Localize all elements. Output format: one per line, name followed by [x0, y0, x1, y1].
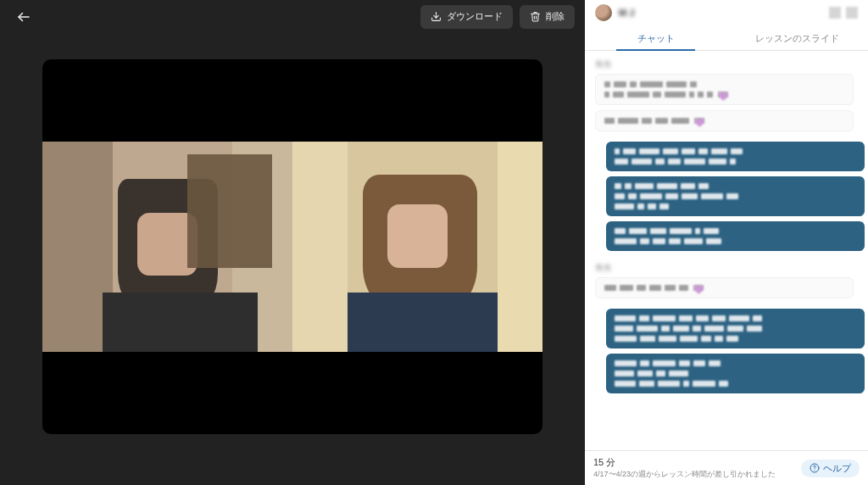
- video-row: [42, 142, 542, 352]
- chat-bubble[interactable]: [606, 142, 865, 171]
- download-button[interactable]: ダウンロード: [420, 5, 513, 29]
- footer-note: 4/17〜4/23の週からレッスン時間が差し引かれました: [593, 469, 793, 480]
- message-group: 先生💜: [595, 261, 865, 298]
- chat-scroll[interactable]: 先生💜💜先生💜: [585, 51, 868, 450]
- user-name: M J: [619, 8, 634, 18]
- video-panel: ダウンロード 削除: [0, 0, 585, 485]
- chat-bubble[interactable]: 💜: [595, 110, 854, 131]
- header-icons: [829, 7, 858, 19]
- chat-bubble[interactable]: 💜: [595, 74, 854, 105]
- arrow-left-icon: [16, 9, 31, 25]
- chat-bubble[interactable]: [606, 309, 865, 348]
- download-icon: [431, 11, 442, 22]
- participant-left: [42, 142, 292, 352]
- help-label: ヘルプ: [823, 462, 851, 475]
- video-wrap: [0, 34, 585, 486]
- help-button[interactable]: ヘルプ: [801, 460, 860, 477]
- tabs: チャット レッスンのスライド: [585, 25, 868, 51]
- tab-slides-label: レッスンのスライド: [755, 33, 839, 43]
- heart-icon: 💜: [693, 285, 704, 291]
- help-icon: [810, 463, 820, 473]
- delete-label: 削除: [546, 10, 565, 23]
- chat-bubble[interactable]: [606, 221, 865, 251]
- message-sender: 先生: [595, 59, 612, 70]
- message-group: [595, 142, 865, 251]
- participant-right: [292, 142, 542, 352]
- message-group: 先生💜💜: [595, 58, 865, 131]
- video-frame[interactable]: [42, 59, 542, 435]
- chat-bubble[interactable]: [606, 176, 865, 216]
- duration-label: 15 分: [593, 456, 793, 469]
- video-toolbar: ダウンロード 削除: [0, 0, 585, 34]
- side-header: M J: [585, 0, 868, 25]
- tab-chat-label: チャット: [637, 33, 675, 43]
- message-sender: 先生: [595, 262, 612, 274]
- chat-bubble[interactable]: 💜: [595, 277, 854, 298]
- heart-icon: 💜: [694, 118, 704, 124]
- avatar[interactable]: [595, 4, 612, 21]
- app-root: ダウンロード 削除: [0, 0, 868, 485]
- message-group: [595, 309, 865, 393]
- chat-bubble[interactable]: [606, 354, 865, 393]
- trash-icon: [530, 11, 541, 22]
- back-button[interactable]: [10, 3, 37, 31]
- heart-icon: 💜: [718, 92, 728, 98]
- footer: 15 分 4/17〜4/23の週からレッスン時間が差し引かれました ヘルプ: [585, 450, 868, 485]
- delete-button[interactable]: 削除: [520, 5, 575, 29]
- side-panel: M J チャット レッスンのスライド 先生💜💜先生💜 15 分 4/17〜4/2…: [585, 0, 868, 485]
- tab-slides[interactable]: レッスンのスライド: [726, 25, 868, 50]
- footer-text: 15 分 4/17〜4/23の週からレッスン時間が差し引かれました: [593, 456, 793, 480]
- tab-chat[interactable]: チャット: [585, 25, 726, 50]
- download-label: ダウンロード: [447, 10, 503, 23]
